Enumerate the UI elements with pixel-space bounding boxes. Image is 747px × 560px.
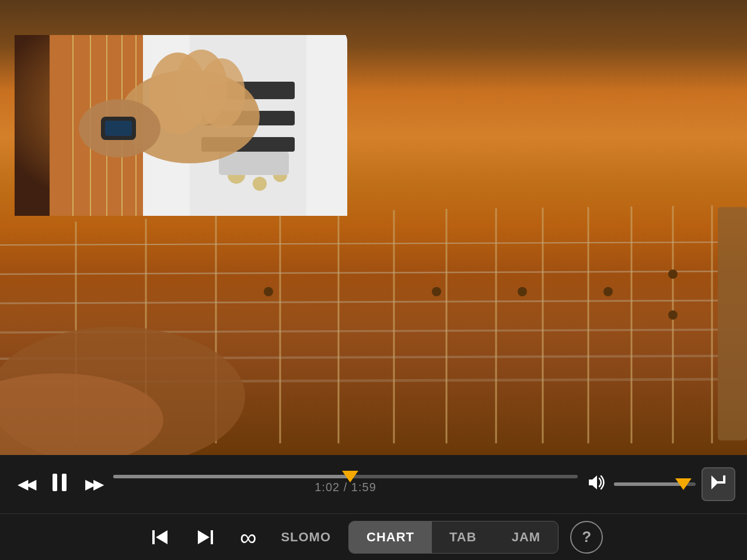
svg-line-13 bbox=[0, 242, 747, 245]
svg-point-20 bbox=[432, 287, 441, 296]
progress-thumb bbox=[342, 471, 358, 482]
jam-mode-button[interactable]: JAM bbox=[494, 522, 558, 553]
svg-point-23 bbox=[668, 270, 678, 279]
loop-button[interactable]: ∞ bbox=[233, 523, 264, 552]
rewind-button[interactable]: ◀◀ bbox=[12, 473, 40, 495]
svg-point-19 bbox=[264, 287, 273, 296]
pause-button[interactable] bbox=[46, 470, 74, 499]
volume-container bbox=[584, 471, 696, 498]
svg-point-21 bbox=[518, 287, 527, 296]
volume-icon bbox=[587, 474, 606, 495]
slomo-button[interactable]: SLOMO bbox=[275, 527, 337, 548]
loop-icon: ∞ bbox=[240, 526, 257, 549]
svg-point-24 bbox=[668, 310, 678, 320]
pause-icon bbox=[51, 473, 68, 496]
svg-point-22 bbox=[603, 287, 613, 296]
tab-mode-button[interactable]: TAB bbox=[432, 522, 494, 553]
progress-fill bbox=[113, 475, 350, 478]
volume-button[interactable] bbox=[584, 471, 609, 498]
chart-mode-button[interactable]: CHART bbox=[349, 522, 432, 553]
mode-switcher: CHART TAB JAM bbox=[348, 521, 558, 554]
svg-rect-49 bbox=[105, 121, 132, 136]
svg-point-34 bbox=[253, 177, 267, 191]
svg-marker-52 bbox=[589, 475, 597, 489]
volume-thumb bbox=[675, 478, 692, 490]
svg-rect-51 bbox=[62, 474, 67, 491]
progress-track[interactable] bbox=[113, 475, 578, 478]
video-inset bbox=[15, 35, 347, 216]
fast-forward-button[interactable]: ▶▶ bbox=[79, 473, 107, 495]
svg-rect-50 bbox=[53, 474, 57, 491]
volume-fill bbox=[614, 482, 683, 486]
svg-rect-27 bbox=[718, 207, 747, 440]
svg-marker-59 bbox=[198, 530, 210, 544]
skip-to-end-button[interactable] bbox=[189, 525, 221, 550]
progress-container: 1:02 / 1:59 bbox=[113, 475, 578, 494]
svg-rect-55 bbox=[723, 475, 725, 484]
svg-line-15 bbox=[0, 300, 747, 303]
skip-to-start-button[interactable] bbox=[144, 525, 177, 550]
video-inset-content bbox=[15, 35, 347, 216]
svg-rect-36 bbox=[219, 152, 289, 175]
fast-forward-icon: ▶▶ bbox=[85, 476, 102, 492]
help-button[interactable]: ? bbox=[570, 521, 603, 554]
svg-point-46 bbox=[198, 58, 245, 128]
video-area bbox=[0, 0, 747, 455]
svg-rect-58 bbox=[211, 530, 213, 544]
svg-line-14 bbox=[0, 271, 747, 274]
controls-bar: ◀◀ ▶▶ 1:02 / 1:59 bbox=[0, 455, 747, 513]
bottom-bar: ∞ SLOMO CHART TAB JAM ? bbox=[0, 513, 747, 560]
fullscreen-button[interactable] bbox=[701, 467, 735, 501]
rewind-icon: ◀◀ bbox=[18, 476, 34, 492]
volume-track[interactable] bbox=[614, 482, 696, 486]
svg-rect-56 bbox=[152, 530, 155, 544]
fullscreen-icon bbox=[709, 473, 728, 496]
time-display: 1:02 / 1:59 bbox=[315, 481, 376, 494]
svg-marker-57 bbox=[156, 530, 167, 544]
